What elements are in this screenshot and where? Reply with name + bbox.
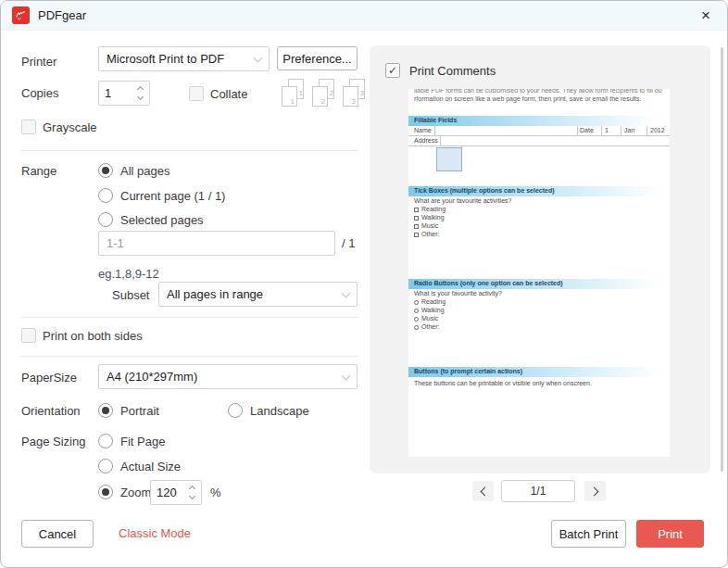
doc-section-fillable-fields: Fillable Fields — [408, 116, 670, 126]
tickbox-icon — [414, 216, 419, 221]
chevron-right-icon — [589, 486, 598, 496]
next-page-button[interactable] — [584, 481, 606, 501]
pdfgear-logo-icon — [12, 6, 30, 24]
stepper-arrows-icon[interactable] — [190, 486, 201, 499]
paper-size-value: A4 (210*297mm) — [107, 370, 197, 384]
printer-dropdown[interactable]: Microsoft Print to PDF — [98, 46, 270, 71]
radio-current-page[interactable] — [98, 188, 113, 203]
radio-zoom[interactable] — [98, 485, 113, 499]
radio-selected-pages[interactable] — [98, 212, 113, 227]
current-page-label: Current page (1 / 1) — [120, 189, 225, 203]
copies-label: Copies — [21, 86, 58, 100]
chevron-down-icon — [254, 53, 263, 62]
both-sides-label: Print on both sides — [43, 329, 143, 343]
collate-preview-icons: 1 1 2 2 3 3 — [282, 79, 365, 107]
both-sides-checkbox[interactable] — [21, 328, 36, 343]
grayscale-checkbox[interactable] — [21, 120, 36, 134]
divider — [21, 150, 358, 151]
paper-size-dropdown[interactable]: A4 (210*297mm) — [98, 364, 358, 389]
batch-print-button[interactable]: Batch Print — [551, 520, 626, 548]
title-bar: PDFgear × — [1, 1, 727, 31]
doc-section-tick-boxes: Tick Boxes (multiple options can be sele… — [408, 186, 670, 196]
divider — [21, 356, 358, 357]
range-hint: eg.1,8,9-12 — [98, 267, 159, 281]
fit-page-label: Fit Page — [120, 435, 165, 448]
doc-address-field — [440, 136, 670, 145]
subset-dropdown[interactable]: All pages in range — [158, 282, 358, 307]
doc-name-row: Name Date 1 Jan 2012 — [408, 126, 670, 136]
page-range-field[interactable] — [98, 231, 335, 256]
preference-button[interactable]: Preference... — [277, 46, 358, 70]
zoom-input[interactable] — [151, 481, 190, 504]
print-dialog-window: PDFgear × Printer Microsoft Print to PDF… — [0, 0, 728, 568]
radio-all-pages[interactable] — [98, 163, 113, 178]
doc-fillable-table: Name Date 1 Jan 2012 Address — [408, 126, 670, 146]
landscape-label: Landscape — [250, 404, 309, 418]
printer-label: Printer — [21, 55, 56, 69]
classic-mode-link[interactable]: Classic Mode — [119, 526, 191, 540]
doc-name-field — [434, 126, 577, 135]
preview-page-nav — [370, 481, 710, 503]
radio-icon — [414, 317, 419, 322]
doc-intro-text: llable PDF forms can be customised to yo… — [408, 89, 670, 104]
prev-page-button[interactable] — [472, 481, 494, 501]
portrait-label: Portrait — [120, 404, 159, 418]
tickbox-icon — [414, 208, 419, 212]
preview-panel: ✓ Print Comments llable PDF forms can be… — [370, 45, 710, 473]
actual-size-label: Actual Size — [120, 460, 181, 473]
window-title: PDFgear — [38, 8, 86, 22]
chevron-left-icon — [480, 486, 489, 496]
radio-fit-page[interactable] — [98, 434, 113, 448]
radio-landscape[interactable] — [228, 403, 243, 418]
tickbox-icon — [414, 233, 419, 237]
collate-page-icon: 3 3 — [343, 79, 365, 107]
collate-page-icon: 2 2 — [312, 79, 334, 107]
checkmark-icon: ✓ — [388, 64, 397, 77]
divider — [21, 317, 358, 318]
collate-label: Collate — [210, 87, 247, 101]
paper-size-label: PaperSize — [21, 371, 77, 385]
collate-page-icon: 1 1 — [282, 79, 304, 107]
document-preview-page: llable PDF forms can be customised to yo… — [408, 89, 670, 457]
doc-radio-block: What is your favourite activity? Reading… — [414, 290, 664, 332]
chevron-down-icon — [342, 371, 351, 380]
printer-value: Microsoft Print to PDF — [107, 52, 224, 66]
subset-label: Subset — [112, 288, 149, 302]
doc-image-field — [436, 147, 462, 171]
orientation-label: Orientation — [21, 404, 81, 418]
zoom-unit-label: % — [210, 486, 221, 499]
page-total-suffix: / 1 — [342, 236, 355, 250]
radio-portrait[interactable] — [98, 403, 113, 418]
all-pages-label: All pages — [120, 164, 169, 178]
doc-section-radio-buttons: Radio Buttons (only one option can be se… — [408, 279, 670, 289]
preview-scrollbar[interactable] — [721, 47, 723, 472]
selected-pages-label: Selected pages — [120, 213, 204, 227]
radio-icon — [414, 325, 419, 330]
doc-address-row: Address — [408, 136, 670, 146]
radio-icon — [414, 309, 419, 313]
print-comments-checkbox[interactable]: ✓ — [385, 63, 400, 78]
doc-buttons-text: These buttons can be printable or visibl… — [414, 380, 664, 388]
radio-icon — [414, 300, 419, 305]
print-comments-label: Print Comments — [409, 64, 496, 78]
tickbox-icon — [414, 224, 419, 229]
zoom-stepper[interactable] — [150, 480, 202, 505]
stepper-arrows-icon[interactable] — [138, 87, 149, 99]
collate-checkbox[interactable] — [189, 86, 204, 101]
page-number-input[interactable] — [501, 480, 575, 502]
print-button[interactable]: Print — [636, 520, 704, 548]
doc-tick-block: What are your favourite activities? Read… — [414, 197, 664, 239]
copies-input[interactable] — [99, 82, 138, 105]
cancel-button[interactable]: Cancel — [21, 520, 94, 548]
grayscale-label: Grayscale — [43, 120, 97, 134]
doc-section-buttons: Buttons (to prompt certain actions) — [408, 367, 670, 377]
close-icon[interactable]: × — [696, 6, 716, 25]
page-range-input[interactable] — [99, 232, 334, 255]
subset-value: All pages in range — [167, 287, 263, 301]
zoom-label: Zoom — [120, 486, 151, 499]
page-sizing-label: Page Sizing — [21, 435, 85, 448]
range-label: Range — [21, 164, 56, 178]
copies-stepper[interactable] — [98, 81, 150, 106]
radio-actual-size[interactable] — [98, 459, 113, 473]
chevron-down-icon — [342, 288, 351, 297]
